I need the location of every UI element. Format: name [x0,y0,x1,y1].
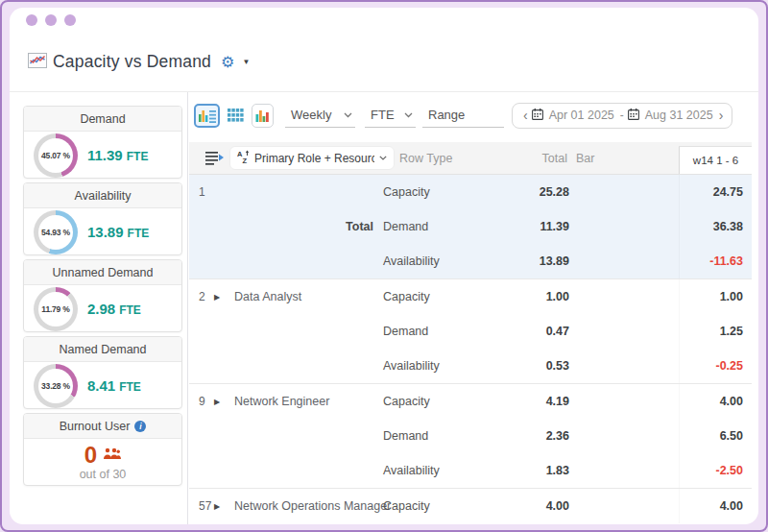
table-row[interactable]: 9 ▶ Network Engineer Capacity 4.19 4.00 [189,384,752,419]
unnamed-demand-card-title: Unnamed Demand [24,260,181,285]
burnout-caption: out of 30 [80,468,127,481]
svg-text:Z: Z [243,156,248,163]
week-value: 36.38 [679,209,752,244]
column-header-row-type: Row Type [399,142,452,175]
summary-sidebar: Demand 45.07 % 11.39FTE Availability [10,92,187,524]
end-date[interactable]: Aug 31 2025 [645,109,713,122]
total-value: 2.36 [469,429,569,443]
group-name: Network Operations Manager [231,499,383,513]
table-header: A Z Primary Role + Resource... Row Type … [189,142,752,175]
named-demand-donut: 33.28 % [34,364,78,408]
row-type: Demand [383,220,469,233]
total-value: 0.47 [469,325,569,338]
table-row[interactable]: Demand 2.36 6.50 [189,419,752,453]
row-number: 2 [189,290,214,303]
expand-caret-icon[interactable]: ▶ [214,398,231,406]
row-type: Demand [383,429,469,443]
date-range-picker: ‹ Apr 01 2025 - [512,103,732,129]
week-value: 4.00 [679,489,752,523]
total-value: 4.19 [469,395,569,408]
range-select[interactable]: Range [422,103,504,128]
demand-donut: 45.07 % [34,133,78,178]
grid-view-button[interactable] [225,104,247,128]
line-chart-icon [28,53,47,72]
capacity-demand-table: A Z Primary Role + Resource... Row Type … [189,142,752,523]
row-type: Availability [383,464,469,477]
total-value: 0.53 [469,359,569,373]
row-number: 1 [189,185,214,199]
table-group-network-engineer: 9 ▶ Network Engineer Capacity 4.19 4.00 … [189,383,752,488]
row-number: 9 [189,395,214,408]
demand-fte-value: 11.39 [87,147,123,163]
unit-select[interactable]: FTE [365,103,416,128]
table-row[interactable]: Total Demand 11.39 36.38 [189,209,752,244]
row-number: 57 [189,499,214,513]
total-value: 1.00 [469,290,569,303]
week-value: 1.00 [679,279,752,314]
calendar-icon[interactable] [628,107,639,124]
availability-donut: 54.93 % [34,210,78,254]
period-select[interactable]: Weekly [285,103,355,128]
total-value: 1.83 [469,464,569,477]
row-type: Capacity [383,290,469,303]
demand-percent: 45.07 % [34,133,78,178]
info-icon[interactable]: i [134,421,146,432]
week-value: -2.50 [679,453,752,488]
unnamed-demand-card: Unnamed Demand 11.79 % 2.98FTE [23,259,182,332]
demand-card: Demand 45.07 % 11.39FTE [23,106,182,179]
toolbar: Weekly FTE Range ‹ [194,102,758,129]
week-value: -0.25 [679,349,752,383]
week-value: -11.63 [679,244,752,278]
gear-icon[interactable]: ⚙ [221,55,234,70]
next-period-button[interactable]: › [717,109,726,122]
unnamed-demand-fte-unit: FTE [119,303,141,317]
calendar-icon[interactable] [532,107,543,124]
column-header-week: w14 1 - 6 [679,146,752,174]
week-value: 4.00 [679,384,752,419]
availability-card: Availability 54.93 % 13.89FTE [23,182,182,255]
table-row[interactable]: 1 Capacity 25.28 24.75 [189,175,752,209]
bar-chart-view-button[interactable] [252,104,274,128]
table-group-network-operations-manager: 57 ▶ Network Operations Manager Capacity… [189,488,752,523]
date-separator: - [620,109,624,122]
column-header-total: Total [469,142,567,175]
burnout-user-card: Burnout User i 0 [23,413,182,486]
availability-fte-unit: FTE [128,227,150,240]
demand-fte-unit: FTE [127,150,149,163]
unnamed-demand-percent: 11.79 % [34,287,78,331]
chevron-down-icon [404,112,413,118]
window-dot[interactable] [26,14,37,26]
prev-period-button[interactable]: ‹ [521,109,530,122]
window-dot[interactable] [45,14,57,26]
settings-caret-icon[interactable]: ▼ [242,58,250,66]
dashboard-card: Capacity vs Demand ⚙ ▼ Demand 45.07 % 11… [10,8,758,524]
table-row[interactable]: Availability 13.89 -11.63 [189,244,752,278]
week-value: 6.50 [679,419,752,453]
table-row[interactable]: Availability 0.53 -0.25 [189,349,752,383]
table-row[interactable]: Demand 0.47 1.25 [189,314,752,349]
availability-fte-value: 13.89 [87,224,124,240]
chart-table-view-button[interactable] [194,104,220,128]
expand-caret-icon[interactable]: ▶ [214,502,231,511]
row-type: Capacity [383,499,469,513]
content-layout: Demand 45.07 % 11.39FTE Availability [10,91,758,524]
expand-caret-icon[interactable]: ▶ [214,293,231,302]
table-row[interactable]: Availability 1.83 -2.50 [189,453,752,488]
unnamed-demand-fte-value: 2.98 [87,301,115,317]
row-type: Demand [383,325,469,338]
expand-rows-icon[interactable] [205,151,224,169]
availability-percent: 54.93 % [34,210,78,254]
unnamed-demand-donut: 11.79 % [34,287,78,331]
window-dot[interactable] [64,14,76,26]
total-value: 11.39 [469,220,569,233]
row-type: Capacity [383,395,469,408]
start-date[interactable]: Apr 01 2025 [549,109,614,122]
named-demand-card: Named Demand 33.28 % 8.41FTE [23,336,182,409]
sort-az-icon: A Z [237,150,250,167]
named-demand-fte-value: 8.41 [87,377,115,394]
group-by-select[interactable]: A Z Primary Role + Resource... [229,146,395,170]
page-title: Capacity vs Demand [53,52,211,72]
table-row[interactable]: 57 ▶ Network Operations Manager Capacity… [189,489,752,523]
named-demand-percent: 33.28 % [34,364,78,408]
table-row[interactable]: 2 ▶ Data Analyst Capacity 1.00 1.00 [189,279,752,314]
